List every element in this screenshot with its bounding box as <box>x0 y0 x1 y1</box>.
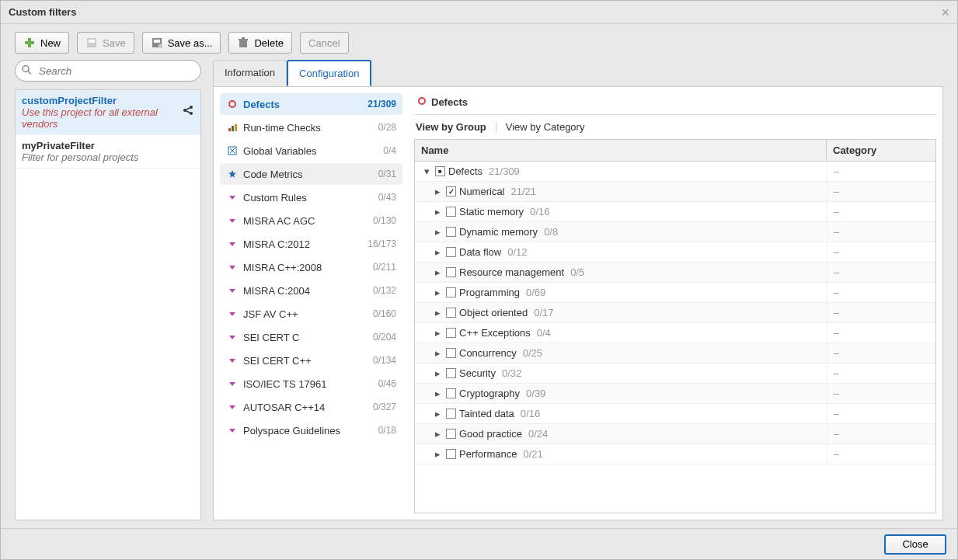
caret-right-icon[interactable]: ▸ <box>435 408 443 419</box>
row-category: – <box>827 182 935 201</box>
checkbox[interactable] <box>446 207 456 217</box>
caret-right-icon[interactable]: ▸ <box>435 388 443 399</box>
svg-marker-25 <box>229 196 235 200</box>
checkbox[interactable] <box>446 308 456 318</box>
svg-rect-1 <box>25 41 34 44</box>
tree-row[interactable]: ▸Numerical21/21– <box>415 182 935 202</box>
category-item[interactable]: AUTOSAR C++140/327 <box>220 396 402 418</box>
category-item[interactable]: MISRA C:201216/173 <box>220 233 402 255</box>
category-item[interactable]: SEI CERT C0/204 <box>220 326 402 348</box>
category-item[interactable]: Global Variables0/4 <box>220 140 402 162</box>
category-item[interactable]: MISRA C:20040/132 <box>220 280 402 301</box>
checkbox[interactable] <box>446 368 456 378</box>
row-category: – <box>827 202 935 221</box>
tab-configuration[interactable]: Configuration <box>287 60 371 86</box>
category-item[interactable]: MISRA C++:20080/211 <box>220 256 402 278</box>
caret-right-icon[interactable]: ▸ <box>435 367 443 379</box>
saveas-button[interactable]: Save as... <box>142 32 221 54</box>
checkbox[interactable] <box>446 348 456 358</box>
checkbox[interactable] <box>446 429 456 439</box>
tree-row[interactable]: ▸Dynamic memory0/8– <box>415 222 935 242</box>
view-by-group[interactable]: View by Group <box>416 121 486 133</box>
tree-row[interactable]: ▸Performance0/21– <box>415 444 935 464</box>
category-count: 21/309 <box>368 99 396 110</box>
category-item[interactable]: ISO/IEC TS 179610/46 <box>220 373 402 395</box>
checkbox[interactable] <box>446 267 456 277</box>
delete-button[interactable]: Delete <box>228 32 292 54</box>
tree-row[interactable]: ▸Tainted data0/16– <box>415 404 935 424</box>
row-count: 0/8 <box>544 226 558 238</box>
share-icon[interactable] <box>182 104 194 119</box>
category-item[interactable]: Polyspace Guidelines0/18 <box>220 419 402 441</box>
caret-right-icon[interactable]: ▸ <box>435 186 443 197</box>
row-category: – <box>827 363 935 383</box>
filter-item[interactable]: myPrivateFilterFilter for personal proje… <box>16 135 200 169</box>
right-panel: Information Configuration Defects21/309R… <box>213 60 943 520</box>
category-item[interactable]: Run-time Checks0/28 <box>220 117 402 138</box>
tree-row[interactable]: ▸Resource management0/5– <box>415 263 935 283</box>
category-item[interactable]: MISRA AC AGC0/130 <box>220 210 402 231</box>
checkbox[interactable] <box>446 388 456 398</box>
view-by-category[interactable]: View by Category <box>506 121 585 133</box>
filter-item[interactable]: customProjectFilterUse this project for … <box>16 90 200 135</box>
caret-right-icon[interactable]: ▸ <box>435 428 443 440</box>
new-button[interactable]: New <box>15 32 69 54</box>
checkbox[interactable] <box>446 287 456 297</box>
row-count: 21/21 <box>511 186 537 197</box>
caret-right-icon[interactable]: ▸ <box>435 266 443 278</box>
caret-right-icon[interactable]: ▸ <box>435 226 443 238</box>
category-icon <box>226 354 239 367</box>
row-count: 0/16 <box>521 408 540 419</box>
caret-right-icon[interactable]: ▸ <box>435 448 443 460</box>
checkbox[interactable] <box>446 328 456 338</box>
category-item[interactable]: JSF AV C++0/160 <box>220 303 402 325</box>
category-icon <box>226 214 239 227</box>
checkbox[interactable] <box>446 449 456 459</box>
tab-information[interactable]: Information <box>213 60 287 86</box>
category-item[interactable]: SEI CERT C++0/134 <box>220 350 402 371</box>
search-input[interactable] <box>15 60 201 82</box>
view-separator <box>496 122 496 133</box>
caret-right-icon[interactable]: ▸ <box>435 287 443 298</box>
category-item[interactable]: Custom Rules0/43 <box>220 186 402 208</box>
category-count: 0/130 <box>373 215 396 226</box>
caret-right-icon[interactable]: ▸ <box>435 327 443 339</box>
checkbox[interactable] <box>446 409 456 419</box>
checkbox[interactable] <box>446 227 456 237</box>
category-count: 0/43 <box>378 192 396 203</box>
category-name: MISRA C++:2008 <box>243 262 373 273</box>
tree-row[interactable]: ▸Security0/32– <box>415 363 935 384</box>
tree-row[interactable]: ▸Good practice0/24– <box>415 424 935 444</box>
row-category: – <box>827 263 935 282</box>
caret-right-icon[interactable]: ▸ <box>435 206 443 217</box>
row-label: Programming <box>459 287 520 298</box>
row-category: – <box>827 343 935 363</box>
close-button[interactable]: Close <box>884 534 946 555</box>
tree-row[interactable]: ▸Data flow0/12– <box>415 242 935 263</box>
new-label: New <box>40 37 61 49</box>
tree-row[interactable]: ▸Concurrency0/25– <box>415 343 935 363</box>
checkbox[interactable] <box>446 247 456 257</box>
category-item[interactable]: Code Metrics0/31 <box>220 163 402 185</box>
tree-row[interactable]: ▸Programming0/69– <box>415 283 935 303</box>
tree-row[interactable]: ▸Cryptography0/39– <box>415 384 935 404</box>
filter-desc: Filter for personal projects <box>22 151 194 163</box>
tree-row[interactable]: ▸Static memory0/16– <box>415 202 935 222</box>
caret-right-icon[interactable]: ▸ <box>435 307 443 318</box>
col-name: Name <box>415 140 827 161</box>
checkbox[interactable] <box>435 166 445 176</box>
tree-row-root[interactable]: ▾Defects21/309– <box>415 162 935 182</box>
category-name: MISRA C:2004 <box>243 285 373 297</box>
checkbox[interactable] <box>446 186 456 197</box>
close-icon[interactable]: × <box>941 5 949 19</box>
category-item[interactable]: Defects21/309 <box>220 93 402 115</box>
tree-row[interactable]: ▸Object oriented0/17– <box>415 303 935 323</box>
row-label: Data flow <box>459 246 501 258</box>
caret-right-icon[interactable]: ▸ <box>435 246 443 258</box>
cancel-button: Cancel <box>300 32 348 54</box>
caret-right-icon[interactable]: ▸ <box>435 347 443 359</box>
tree-row[interactable]: ▸C++ Exceptions0/4– <box>415 323 935 343</box>
caret-down-icon[interactable]: ▾ <box>424 165 432 177</box>
category-icon <box>226 98 239 110</box>
circle-icon <box>417 96 427 108</box>
